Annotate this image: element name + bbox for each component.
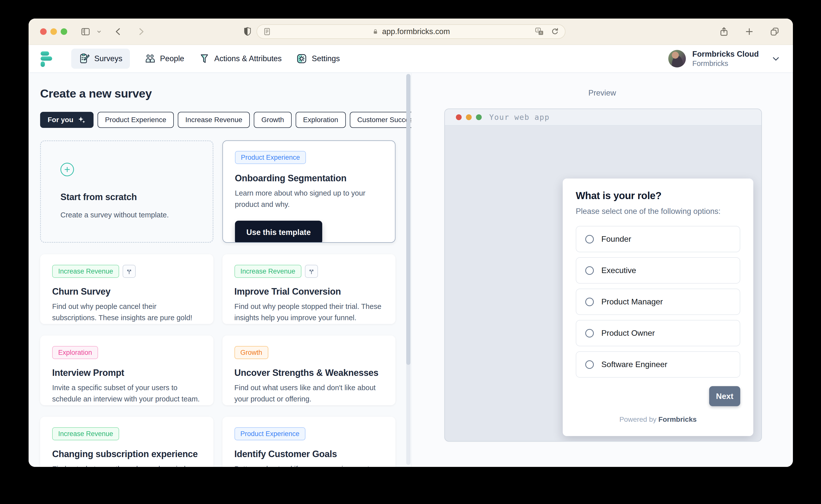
card-description: Find out what users like and don't like … [234,382,384,405]
sidebar-toggle-icon[interactable] [80,26,91,37]
template-card-interview-prompt[interactable]: Exploration Interview Prompt Invite a sp… [40,335,213,405]
template-card-churn-survey[interactable]: Increase Revenue Churn Survey Find out w… [40,254,213,324]
chevron-down-icon[interactable] [96,28,102,35]
card-description: Invite a specific subset of your users t… [52,382,201,405]
option-software-engineer[interactable]: Software Engineer [576,351,740,378]
card-title: Changing subscription experience [52,449,201,459]
filter-growth[interactable]: Growth [254,112,291,128]
category-badge: Increase Revenue [234,265,301,278]
category-badge: Increase Revenue [52,265,119,278]
card-title: Uncover Strengths & Weaknesses [234,368,384,378]
template-card-uncover-strengths-weaknesses[interactable]: Growth Uncover Strengths & Weaknesses Fi… [222,335,396,405]
account-org: Formbricks [692,59,759,68]
toolbar-actions [719,19,780,45]
mock-minimize-dot [466,114,472,120]
mock-window-body: What is your role? Please select one of … [445,126,761,441]
powered-brand: Formbricks [659,415,697,423]
svg-text:A: A [540,31,542,35]
option-product-manager[interactable]: Product Manager [576,289,740,315]
web-app-mock-window: Your web app What is your role? Please s… [444,109,762,442]
gear-icon [296,53,307,64]
address-bar[interactable]: app.formbricks.com A A [257,24,565,39]
scrollbar-thumb[interactable] [406,74,411,365]
template-gallery-panel: Create a new survey For you Product Expe… [29,73,411,467]
tab-label: Settings [312,54,340,63]
people-icon [144,53,155,64]
translate-icon[interactable]: A A [534,27,544,37]
surveys-icon [79,53,90,64]
powered-by[interactable]: Powered by Formbricks [576,415,740,425]
tab-surveys[interactable]: Surveys [71,49,130,69]
tab-overview-icon[interactable] [769,26,780,37]
card-title: Improve Trial Conversion [234,286,384,297]
preview-label: Preview [412,89,793,98]
tab-actions-attributes[interactable]: Actions & Attributes [199,53,282,64]
minimize-window-button[interactable] [50,28,57,35]
branch-logic-icon [123,265,136,278]
app-navbar: Surveys People Actions & Attributes [29,45,793,73]
sparkles-icon [77,116,86,124]
tab-label: Surveys [94,54,122,63]
start-from-scratch-card[interactable]: Start from scratch Create a survey witho… [40,140,213,243]
template-card-identify-customer-goals[interactable]: Product Experience Identify Customer Goa… [222,417,396,467]
reader-view-icon[interactable] [263,27,272,36]
chevron-down-icon [771,54,781,64]
option-executive[interactable]: Executive [576,257,740,284]
category-badge: Product Experience [235,151,306,164]
category-badge: Product Experience [234,427,306,440]
share-icon[interactable] [719,26,729,37]
option-product-owner[interactable]: Product Owner [576,320,740,346]
main-content: Create a new survey For you Product Expe… [29,73,793,467]
tab-label: Actions & Attributes [214,54,282,63]
category-badge: Increase Revenue [52,427,119,440]
traffic-lights [40,28,67,35]
tab-people[interactable]: People [144,53,184,64]
filter-chips: For you Product Experience Increase Reve… [40,112,395,128]
option-founder[interactable]: Founder [576,226,740,252]
template-card-onboarding-segmentation[interactable]: Product Experience Onboarding Segmentati… [222,140,396,243]
card-description: Create a survey without template. [60,209,193,221]
privacy-shield-icon[interactable] [242,26,253,37]
next-button[interactable]: Next [709,386,740,406]
template-card-improve-trial-conversion[interactable]: Increase Revenue Improve Trial Conversio… [222,254,396,324]
scrollbar-track[interactable] [406,74,411,465]
reload-icon[interactable] [550,27,559,36]
branch-logic-icon [305,265,318,278]
card-description: Learn more about who signed up to your p… [235,188,383,210]
use-template-button[interactable]: Use this template [235,221,322,243]
account-menu[interactable]: Formbricks Cloud Formbricks [668,50,781,68]
mock-window-header: Your web app [445,109,761,126]
url-text: app.formbricks.com [382,27,450,36]
browser-chrome: app.formbricks.com A A [29,19,793,45]
new-tab-icon[interactable] [744,27,754,37]
mock-traffic-lights [456,114,482,120]
radio-icon [585,235,594,243]
account-name: Formbricks Cloud [692,50,759,59]
zoom-window-button[interactable] [61,28,67,35]
filter-increase-revenue[interactable]: Increase Revenue [178,112,250,128]
radio-icon [585,329,594,338]
window-controls [40,19,154,45]
filter-customer-success[interactable]: Customer Success [350,112,411,128]
template-card-changing-subscription-experience[interactable]: Increase Revenue Changing subscription e… [40,417,213,467]
filter-product-experience[interactable]: Product Experience [98,112,174,128]
filter-for-you[interactable]: For you [40,112,94,128]
card-title: Interview Prompt [52,368,201,378]
page-title: Create a new survey [40,87,395,100]
mock-close-dot [456,114,462,120]
filter-exploration[interactable]: Exploration [296,112,346,128]
forward-icon[interactable] [136,27,146,37]
formbricks-logo[interactable] [41,51,52,66]
lock-icon [372,28,379,35]
browser-window: app.formbricks.com A A [29,19,793,467]
card-description: Find out why people stopped their trial.… [234,301,384,323]
radio-icon [585,360,594,369]
close-window-button[interactable] [40,28,47,35]
tab-settings[interactable]: Settings [296,53,340,64]
address-display: app.formbricks.com [257,25,565,38]
back-icon[interactable] [113,27,123,37]
plus-icon [60,163,74,176]
template-grid: Start from scratch Create a survey witho… [40,140,395,467]
radio-icon [585,298,594,306]
survey-question: What is your role? [576,190,740,201]
